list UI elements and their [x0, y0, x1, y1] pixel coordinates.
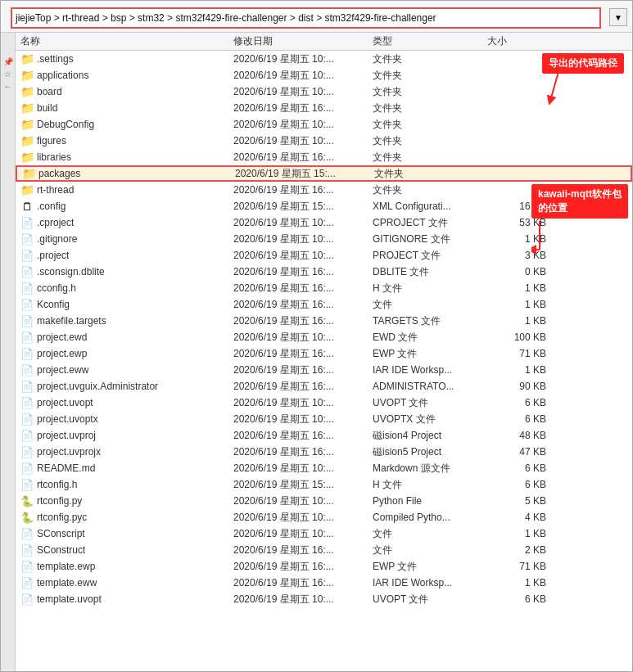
- file-name-text: project.eww: [37, 364, 88, 376]
- table-row[interactable]: 📄 template.uvopt 2020/6/19 星期五 10:... UV…: [16, 591, 632, 607]
- file-date: 2020/6/19 星期五 16:...: [233, 101, 373, 115]
- file-name-cell: 📄 .gitignore: [20, 232, 233, 246]
- file-date: 2020/6/19 星期五 10:...: [233, 249, 373, 263]
- col-size[interactable]: 大小: [487, 34, 553, 48]
- file-name-text: cconfig.h: [37, 282, 76, 294]
- file-type: Markdown 源文件: [373, 462, 487, 476]
- address-bar-expand[interactable]: ▼: [609, 8, 627, 26]
- table-row[interactable]: 🐍 rtconfig.py 2020/6/19 星期五 10:... Pytho…: [16, 493, 632, 509]
- file-icon-file: 📄: [20, 314, 34, 327]
- table-row[interactable]: 📁 packages 2020/6/19 星期五 15:... 文件夹: [16, 165, 632, 182]
- file-name-cell: 📄 project.uvoptx: [20, 413, 233, 426]
- file-type: EWD 文件: [373, 331, 487, 345]
- file-name-cell: 📄 rtconfig.h: [20, 478, 233, 491]
- table-row[interactable]: 📄 .cproject 2020/6/19 星期五 10:... CPROJEC…: [16, 214, 632, 231]
- file-name-cell: 📁 .settings: [20, 52, 233, 65]
- file-type: IAR IDE Worksp...: [373, 577, 487, 589]
- table-row[interactable]: 📁 libraries 2020/6/19 星期五 16:... 文件夹: [16, 149, 632, 165]
- file-icon-file: 📄: [20, 560, 34, 573]
- file-icon-py: 🐍: [20, 494, 34, 507]
- table-row[interactable]: 📄 project.uvopt 2020/6/19 星期五 10:... UVO…: [16, 395, 632, 411]
- table-row[interactable]: 📄 template.eww 2020/6/19 星期五 16:... IAR …: [16, 575, 632, 591]
- file-size: 71 KB: [487, 561, 553, 572]
- file-date: 2020/6/19 星期五 16:...: [233, 265, 373, 279]
- file-icon-xml: 🗒: [20, 200, 34, 213]
- table-row[interactable]: 🐍 rtconfig.pyc 2020/6/19 星期五 10:... Comp…: [16, 509, 632, 525]
- table-row[interactable]: 📄 project.ewp 2020/6/19 星期五 16:... EWP 文…: [16, 345, 632, 362]
- file-size: 1 KB: [487, 233, 553, 245]
- file-name-cell: 📄 cconfig.h: [20, 282, 233, 295]
- table-row[interactable]: 📁 DebugConfig 2020/6/19 星期五 10:... 文件夹: [16, 116, 632, 133]
- file-icon-file: 📄: [20, 265, 34, 278]
- file-date: 2020/6/19 星期五 16:...: [233, 543, 373, 557]
- file-name-cell: 📁 packages: [22, 167, 235, 180]
- file-name-text: template.ewp: [37, 561, 95, 572]
- table-row[interactable]: 📄 cconfig.h 2020/6/19 星期五 16:... H 文件 1 …: [16, 280, 632, 296]
- table-row[interactable]: 📄 .gitignore 2020/6/19 星期五 10:... GITIGN…: [16, 231, 632, 247]
- address-bar[interactable]: jiejieTop > rt-thread > bsp > stm32 > st…: [11, 7, 601, 29]
- table-row[interactable]: 📄 project.ewd 2020/6/19 星期五 10:... EWD 文…: [16, 329, 632, 345]
- file-date: 2020/6/19 星期五 10:...: [233, 396, 373, 410]
- file-icon-file: 📄: [20, 527, 34, 540]
- file-type: ADMINISTRATO...: [373, 381, 487, 392]
- file-name-text: .config: [37, 201, 66, 212]
- table-row[interactable]: 📄 README.md 2020/6/19 星期五 10:... Markdow…: [16, 460, 632, 476]
- file-name-text: README.md: [37, 462, 95, 474]
- table-row[interactable]: 📄 template.ewp 2020/6/19 星期五 16:... EWP …: [16, 558, 632, 575]
- table-row[interactable]: 📄 project.uvoptx 2020/6/19 星期五 10:... UV…: [16, 411, 632, 427]
- file-name-cell: 📄 template.eww: [20, 576, 233, 589]
- column-headers: 名称 修改日期 类型 大小: [16, 33, 632, 51]
- file-icon-file: 📄: [20, 347, 34, 360]
- file-name-text: template.eww: [37, 577, 97, 589]
- table-row[interactable]: 🗒 .config 2020/6/19 星期五 15:... XML Confi…: [16, 198, 632, 214]
- table-row[interactable]: 📁 rt-thread 2020/6/19 星期五 16:... 文件夹: [16, 182, 632, 198]
- col-date[interactable]: 修改日期: [233, 34, 373, 48]
- table-row[interactable]: 📄 .sconsign.dblite 2020/6/19 星期五 16:... …: [16, 264, 632, 280]
- file-name-cell: 📄 .sconsign.dblite: [20, 265, 233, 278]
- file-name-cell: 📄 SConstruct: [20, 543, 233, 557]
- file-date: 2020/6/19 星期五 16:...: [233, 347, 373, 361]
- file-date: 2020/6/19 星期五 16:...: [233, 363, 373, 377]
- col-name[interactable]: 名称: [20, 34, 233, 48]
- file-size: 53 KB: [487, 217, 553, 228]
- table-row[interactable]: 📄 SConstruct 2020/6/19 星期五 16:... 文件 2 K…: [16, 542, 632, 558]
- table-row[interactable]: 📁 applications 2020/6/19 星期五 10:... 文件夹: [16, 67, 632, 83]
- table-row[interactable]: 📄 project.eww 2020/6/19 星期五 16:... IAR I…: [16, 362, 632, 378]
- file-name-text: board: [37, 86, 62, 97]
- table-row[interactable]: 📄 project.uvprojx 2020/6/19 星期五 16:... 磁…: [16, 444, 632, 460]
- file-type: EWP 文件: [373, 560, 487, 574]
- col-type[interactable]: 类型: [373, 34, 487, 48]
- file-type: 磁ision4 Project: [373, 429, 487, 443]
- table-row[interactable]: 📄 rtconfig.h 2020/6/19 星期五 15:... H 文件 6…: [16, 476, 632, 493]
- star-icon[interactable]: ☆: [4, 70, 11, 79]
- pin-icon[interactable]: 📌: [3, 57, 13, 66]
- table-row[interactable]: 📄 makefile.targets 2020/6/19 星期五 16:... …: [16, 313, 632, 329]
- file-name-cell: 📄 project.uvopt: [20, 396, 233, 409]
- table-row[interactable]: 📄 SConscript 2020/6/19 星期五 10:... 文件 1 K…: [16, 525, 632, 542]
- table-row[interactable]: 📄 project.uvguix.Administrator 2020/6/19…: [16, 378, 632, 395]
- table-row[interactable]: 📁 build 2020/6/19 星期五 16:... 文件夹: [16, 100, 632, 116]
- table-row[interactable]: 📁 .settings 2020/6/19 星期五 10:... 文件夹: [16, 51, 632, 67]
- file-icon-folder: 📁: [22, 167, 35, 180]
- file-type: 文件夹: [373, 151, 487, 165]
- file-name-text: .gitignore: [37, 233, 77, 245]
- file-name-text: project.uvguix.Administrator: [37, 381, 158, 392]
- file-type: EWP 文件: [373, 347, 487, 361]
- file-date: 2020/6/19 星期五 16:...: [233, 298, 373, 312]
- table-row[interactable]: 📄 project.uvproj 2020/6/19 星期五 16:... 磁i…: [16, 427, 632, 444]
- file-icon-file: 📄: [20, 396, 34, 409]
- table-row[interactable]: 📁 board 2020/6/19 星期五 10:... 文件夹: [16, 83, 632, 100]
- table-row[interactable]: 📄 Kconfig 2020/6/19 星期五 16:... 文件 1 KB: [16, 296, 632, 313]
- file-date: 2020/6/19 星期五 16:...: [233, 429, 373, 443]
- file-name-cell: 📁 applications: [20, 69, 233, 82]
- file-date: 2020/6/19 星期五 10:...: [233, 511, 373, 525]
- file-size: 100 KB: [487, 331, 553, 343]
- arrow-icon[interactable]: ←: [4, 82, 12, 91]
- file-icon-file: 📄: [20, 413, 34, 426]
- file-date: 2020/6/19 星期五 10:...: [233, 232, 373, 246]
- file-name-cell: 📄 project.uvguix.Administrator: [20, 380, 233, 393]
- table-row[interactable]: 📄 .project 2020/6/19 星期五 10:... PROJECT …: [16, 247, 632, 264]
- table-row[interactable]: 📁 figures 2020/6/19 星期五 10:... 文件夹: [16, 133, 632, 149]
- file-name-cell: 📄 template.ewp: [20, 560, 233, 573]
- file-name-cell: 📄 project.uvproj: [20, 429, 233, 442]
